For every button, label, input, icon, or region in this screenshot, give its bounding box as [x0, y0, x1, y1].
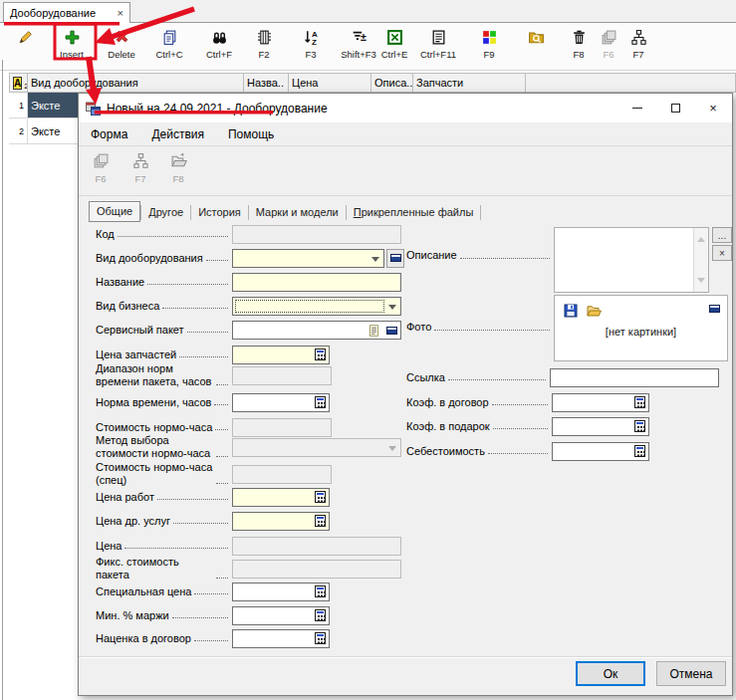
vid-biznesa-combobox[interactable] [232, 297, 401, 316]
opisanie-more-button[interactable]: ... [712, 227, 732, 243]
cena-uslug-input[interactable] [232, 512, 330, 531]
column-header-vid[interactable]: Вид дооборудования [28, 73, 244, 93]
koef-dogovor-input[interactable] [552, 393, 649, 412]
dotted-leader [216, 578, 228, 579]
stoimost-spets-input [232, 465, 332, 484]
scroll-down-icon[interactable] [697, 278, 705, 287]
menu-deystviya[interactable]: Действия [151, 127, 204, 141]
opisanie-textarea[interactable] [554, 227, 709, 293]
list-select-icon[interactable] [368, 324, 380, 340]
insert-button[interactable]: Insert [46, 27, 98, 60]
maximize-button[interactable] [656, 94, 694, 122]
columns-button[interactable]: F2 [238, 27, 290, 60]
nacenka-input[interactable] [232, 629, 330, 648]
norma-vremeni-input[interactable] [232, 393, 330, 412]
foto-box[interactable]: [нет картинки] [554, 295, 728, 361]
min-marzhi-input[interactable] [232, 606, 330, 625]
minimize-icon [632, 108, 642, 109]
tab-separator [480, 205, 481, 220]
cancel-button[interactable]: Отмена [656, 661, 726, 686]
calculator-icon[interactable] [633, 396, 646, 409]
report-button[interactable]: Ctrl+F11 [412, 27, 464, 60]
servisnyy-paket-input[interactable] [232, 321, 401, 340]
dotted-leader [216, 483, 228, 484]
tab-prikreplennye[interactable]: Прикрепленные файлы [347, 203, 481, 222]
metod-vybora-combobox [232, 438, 401, 457]
tab-close-icon[interactable]: × [118, 7, 123, 19]
calculator-icon[interactable] [314, 491, 327, 504]
field-row-metod-vybora: Метод выбора стоимости нормо-часа [96, 437, 401, 457]
calculator-icon[interactable] [633, 445, 646, 458]
menu-pomosch[interactable]: Помощь [228, 127, 274, 141]
calculator-icon[interactable] [314, 609, 327, 622]
calculator-icon[interactable] [314, 515, 327, 528]
tab-dooborudovanie[interactable]: Дооборудование × [3, 2, 130, 23]
field-label: Себестоимость [406, 445, 485, 458]
field-row-koef-dogovor: Коэф. в договор [406, 392, 649, 412]
dialog-title-bar[interactable]: Новый на 24.09.2021 - Дооборудование × [79, 94, 732, 122]
minimize-button[interactable] [618, 94, 656, 122]
tab-marki[interactable]: Марки и модели [249, 203, 346, 222]
calculator-icon[interactable] [314, 632, 327, 645]
reference-window-icon[interactable] [709, 305, 720, 313]
field-row-vid-biznesa: Вид бизнеса [96, 296, 401, 316]
dotted-leader [187, 332, 228, 333]
opisanie-clear-button[interactable]: × [712, 245, 732, 261]
cena-zapchastey-input[interactable] [232, 346, 330, 364]
diapazon-input [232, 366, 332, 385]
field-row-koef-podarok: Коэф. в подарок [406, 416, 649, 436]
form-window-icon [86, 102, 101, 116]
field-label: Диапазон норм времени пакета, часов [96, 362, 213, 387]
calculator-icon[interactable] [314, 396, 327, 409]
close-button[interactable]: × [694, 94, 732, 122]
column-header-cena[interactable]: Цена [289, 73, 371, 93]
column-header-zapchasti[interactable]: Запчасти [413, 73, 526, 93]
tab-istoriya[interactable]: История [191, 203, 248, 222]
org-chart-icon [121, 152, 160, 171]
koef-podarok-input[interactable] [552, 417, 649, 436]
table-corner-cell[interactable]: A 2 [9, 73, 28, 93]
tab-obschie[interactable]: Общие [89, 201, 140, 222]
field-label: Коэф. в договор [406, 396, 489, 409]
spetsialnaya-cena-input[interactable] [232, 583, 330, 601]
copy-button[interactable]: Ctrl+C [143, 27, 195, 60]
reference-window-icon[interactable] [386, 327, 397, 335]
calculator-icon[interactable] [314, 585, 327, 598]
menu-forma[interactable]: Форма [91, 127, 127, 141]
sebestoimost-input[interactable] [552, 442, 649, 461]
save-icon[interactable] [563, 303, 579, 321]
vid-dooborudovaniya-combobox[interactable] [232, 249, 384, 268]
tab-drugoe[interactable]: Другое [141, 203, 190, 222]
ssylka-input[interactable] [550, 368, 719, 387]
dotted-leader [448, 379, 546, 380]
open-folder-icon [158, 152, 198, 171]
field-label: Вид бизнеса [96, 300, 159, 313]
edit-button[interactable] [0, 27, 51, 49]
chevron-down-icon[interactable] [371, 257, 379, 266]
dialog-history-button[interactable]: F6 [81, 152, 121, 184]
field-row-nacenka: Наценка в договор [96, 628, 330, 648]
calculator-icon[interactable] [314, 349, 327, 361]
color-settings-button[interactable]: F9 [463, 27, 515, 60]
nazvanie-input[interactable] [232, 273, 401, 292]
scrollbar[interactable] [693, 228, 708, 292]
scroll-up-icon[interactable] [697, 233, 705, 242]
dotted-leader [488, 453, 548, 454]
ok-button[interactable]: Ок [576, 661, 645, 686]
dialog-hierarchy-button[interactable]: F7 [121, 152, 160, 184]
column-header-nazvanie[interactable]: Назва.. [244, 73, 289, 93]
cena-rabot-input[interactable] [232, 488, 330, 507]
delete-button[interactable]: Delete [96, 27, 147, 60]
column-header-opisanie[interactable]: Описа.. [371, 73, 413, 93]
field-label: Метод выбора стоимости нормо-часа [96, 434, 213, 459]
open-folder-icon[interactable] [585, 303, 604, 321]
calculator-icon[interactable] [633, 420, 646, 433]
field-label: Коэф. в подарок [406, 420, 490, 433]
row-number: 1 [9, 93, 28, 118]
new-record-dialog: Новый на 24.09.2021 - Дооборудование × Ф… [78, 93, 733, 696]
hierarchy-button[interactable]: F7 [613, 27, 664, 60]
chevron-down-icon[interactable] [388, 305, 396, 314]
dialog-open-folder-button[interactable]: F8 [158, 152, 198, 184]
choose-reference-button[interactable] [386, 249, 404, 268]
sort-button[interactable]: AZ F3 [285, 27, 337, 60]
